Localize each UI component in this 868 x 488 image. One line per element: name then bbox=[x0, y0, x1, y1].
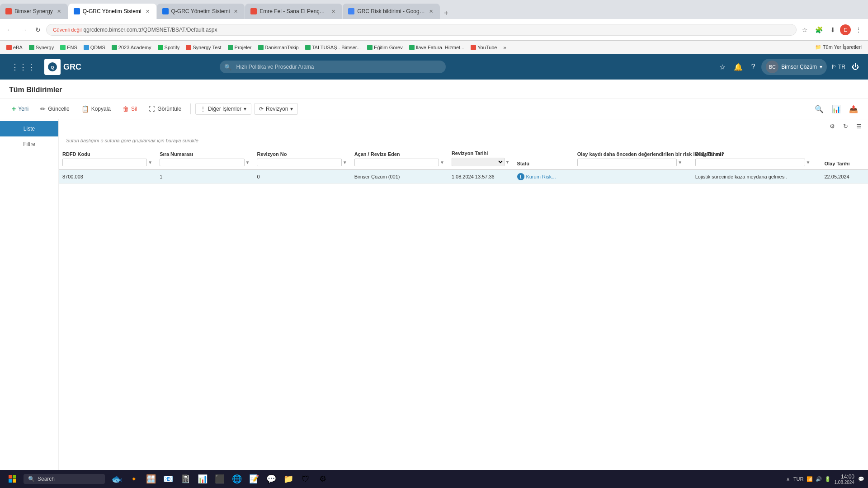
taskbar-search-label: Search bbox=[38, 476, 55, 482]
taskbar-app-shield[interactable]: 🛡 bbox=[297, 471, 314, 487]
table-row[interactable]: 8700.003 1 0 Bimser Çözüm (001) 1.08.202… bbox=[59, 169, 868, 184]
notification-button[interactable]: 🔔 bbox=[732, 61, 745, 73]
bookmark-youtube[interactable]: YouTube bbox=[468, 44, 500, 51]
tab-close-qgrc1[interactable]: ✕ bbox=[144, 8, 151, 15]
start-button[interactable] bbox=[4, 472, 22, 486]
chevron-up-icon[interactable]: ∧ bbox=[786, 476, 790, 482]
menu-button[interactable]: ⋮ bbox=[853, 24, 864, 35]
toolbar-chart-button[interactable]: 📊 bbox=[829, 103, 844, 115]
bookmark-danisman[interactable]: DanismanTakip bbox=[255, 44, 302, 51]
view-button[interactable]: ⛶ Görüntüle bbox=[144, 103, 186, 115]
other-ops-button[interactable]: ⋮ Diğer İşlemler ▾ bbox=[195, 103, 251, 115]
filter-acan-input[interactable] bbox=[354, 159, 439, 166]
bookmark-tai[interactable]: TAİ TUSAŞ - Bimser... bbox=[302, 44, 363, 51]
hamburger-menu[interactable]: ⋮⋮⋮ bbox=[7, 60, 39, 74]
new-button[interactable]: + Yeni bbox=[7, 103, 33, 115]
tab-close-youtube[interactable]: ✕ bbox=[330, 8, 337, 15]
power-button[interactable]: ⏻ bbox=[850, 61, 861, 73]
bookmark-ilave[interactable]: İlave Fatura. Hizmet... bbox=[406, 44, 467, 51]
filter-rdfd-input[interactable] bbox=[62, 159, 147, 166]
bookmark-egitim[interactable]: Eğitim Görev bbox=[364, 44, 406, 51]
filter-risk-icon[interactable]: ▼ bbox=[678, 160, 682, 165]
tab-bimser-synergy[interactable]: Bimser Synergy ✕ bbox=[0, 4, 68, 19]
taskbar-app-word[interactable]: 📝 bbox=[246, 471, 262, 487]
table-head: RDFD Kodu ▼ Sıra Numarası bbox=[59, 148, 868, 169]
bookmark-2023academy[interactable]: 2023 Academy bbox=[109, 44, 154, 51]
tab-close-bimser[interactable]: ✕ bbox=[56, 8, 62, 15]
taskbar-app-folder[interactable]: 📁 bbox=[280, 471, 297, 487]
download-button[interactable]: ⬇ bbox=[827, 24, 838, 35]
bookmark-synergy-test[interactable]: Synergy Test bbox=[183, 44, 224, 51]
taskbar-app-teams[interactable]: 💬 bbox=[263, 471, 279, 487]
language-flag-icon: 🏳 bbox=[831, 64, 837, 70]
filter-olay-tanimi-input[interactable] bbox=[695, 159, 805, 166]
tab-google[interactable]: GRC Risk bildirimi - Google'da ... ✕ bbox=[343, 4, 440, 19]
filter-sira-input[interactable] bbox=[160, 159, 244, 166]
revision-button[interactable]: ⟳ Revizyon ▾ bbox=[254, 103, 298, 115]
delete-button[interactable]: 🗑 Sil bbox=[118, 103, 142, 115]
bookmark-spotify[interactable]: Spotify bbox=[155, 44, 183, 51]
help-button[interactable]: ? bbox=[749, 61, 757, 73]
taskbar-app-chrome[interactable]: 🌐 bbox=[229, 471, 245, 487]
sidebar-list-button[interactable]: Liste bbox=[0, 121, 58, 136]
reload-button[interactable]: ↻ bbox=[33, 24, 43, 35]
tab-close-qgrc2[interactable]: ✕ bbox=[232, 8, 239, 15]
new-label: Yeni bbox=[18, 106, 28, 112]
header-search-input[interactable] bbox=[220, 61, 446, 73]
bookmark-allyour[interactable]: 📁 Tüm Yer İşaretleri bbox=[812, 43, 864, 51]
bookmark-eba[interactable]: eBA bbox=[4, 44, 25, 51]
bookmark-ens[interactable]: ENS bbox=[57, 44, 80, 51]
filter-rev-tarihi-icon[interactable]: ▼ bbox=[505, 160, 510, 164]
back-button[interactable]: ← bbox=[4, 24, 15, 35]
taskbar-app-onenote[interactable]: 📓 bbox=[177, 471, 193, 487]
filter-rev-input[interactable] bbox=[257, 159, 341, 166]
tab-qgrc-active[interactable]: Q-GRC Yönetim Sistemi ✕ bbox=[68, 4, 156, 19]
profile-button[interactable]: E bbox=[840, 24, 851, 35]
taskbar-app-email[interactable]: 📧 bbox=[160, 471, 176, 487]
table-settings-button[interactable]: ⚙ bbox=[827, 121, 838, 131]
bookmarks-bar: eBA Synergy ENS QDMS 2023 Academy Spotif… bbox=[0, 41, 868, 54]
taskbar-app-fish[interactable]: 🐟 bbox=[108, 471, 125, 487]
filter-rev-tarihi-select[interactable] bbox=[452, 158, 505, 166]
bookmark-synergy[interactable]: Synergy bbox=[26, 44, 57, 51]
language-button[interactable]: 🏳 TR bbox=[831, 64, 845, 70]
address-bar[interactable]: Güvenli değil qgrcdemo.bimser.com.tr/QDM… bbox=[46, 24, 797, 36]
qgrc-logo-svg: Q bbox=[47, 61, 58, 72]
filter-risk-input[interactable] bbox=[577, 159, 677, 166]
bookmark-button[interactable]: ☆ bbox=[799, 24, 811, 35]
taskbar-app-settings[interactable]: ⚙ bbox=[315, 471, 331, 487]
filter-rdfd-icon[interactable]: ▼ bbox=[148, 160, 152, 165]
tab-close-google[interactable]: ✕ bbox=[428, 8, 434, 15]
copy-button[interactable]: 📋 Kopyala bbox=[77, 103, 115, 115]
bookmark-projeler[interactable]: Projeler bbox=[225, 44, 255, 51]
new-tab-button[interactable]: + bbox=[440, 7, 452, 19]
extensions-button[interactable]: 🧩 bbox=[812, 24, 826, 35]
sidebar-filter-button[interactable]: Filtre bbox=[0, 136, 58, 152]
taskbar-app-excel[interactable]: 📊 bbox=[194, 471, 211, 487]
tab-youtube[interactable]: Emre Fel - Sana El Pençe D... ✕ bbox=[245, 4, 342, 19]
filter-rev-icon[interactable]: ▼ bbox=[343, 160, 347, 165]
tab-qgrc2[interactable]: Q-GRC Yönetim Sistemi ✕ bbox=[157, 4, 245, 19]
toolbar-export-button[interactable]: 📤 bbox=[846, 103, 861, 115]
taskbar-app-windows[interactable]: 🪟 bbox=[143, 471, 159, 487]
taskbar-app-preview[interactable]: 🔸 bbox=[126, 471, 142, 487]
update-button[interactable]: ✏ Güncelle bbox=[36, 103, 74, 115]
table-refresh-button[interactable]: ↻ bbox=[840, 121, 851, 131]
table-columns-button[interactable]: ☰ bbox=[854, 121, 864, 131]
toolbar-search-button[interactable]: 🔍 bbox=[812, 103, 826, 115]
bookmark-qdms[interactable]: QDMS bbox=[81, 44, 108, 51]
favorite-button[interactable]: ☆ bbox=[717, 61, 727, 73]
filter-sira-icon[interactable]: ▼ bbox=[245, 160, 250, 165]
svg-rect-4 bbox=[9, 479, 12, 483]
bookmark-favicon-tai bbox=[305, 45, 311, 50]
forward-button[interactable]: → bbox=[18, 24, 30, 35]
filter-acan-icon[interactable]: ▼ bbox=[440, 160, 444, 165]
user-profile[interactable]: BC Bimser Çözüm ▾ bbox=[761, 59, 827, 75]
taskbar-app-black[interactable]: ⬛ bbox=[212, 471, 228, 487]
taskbar-search[interactable]: 🔍 Search bbox=[24, 474, 105, 484]
taskbar-clock[interactable]: 14:00 1.08.2024 bbox=[835, 474, 855, 485]
lang-indicator: TUR bbox=[793, 476, 804, 482]
notification-center-icon[interactable]: 💬 bbox=[858, 476, 864, 482]
bookmark-more[interactable]: » bbox=[501, 44, 509, 51]
filter-olay-tanimi-icon[interactable]: ▼ bbox=[806, 160, 811, 165]
